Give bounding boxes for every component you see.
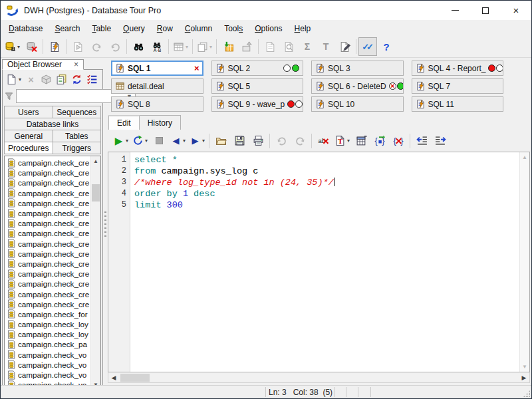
connect-database-dropdown[interactable]: ▾	[17, 44, 20, 50]
list-item[interactable]: campaign.check_loy	[5, 329, 100, 339]
edit-blob-button[interactable]	[335, 37, 354, 56]
sql-tab-detail-deal[interactable]: detail.deal	[111, 78, 203, 94]
object-browser-close-icon[interactable]: ×	[74, 60, 78, 69]
save-file-button[interactable]	[230, 132, 249, 150]
menu-tools[interactable]: Tools	[218, 22, 249, 35]
list-item[interactable]: campaign.check_cre	[5, 289, 100, 299]
list-item[interactable]: campaign.check_vo	[5, 350, 100, 360]
tab-triggers[interactable]: Triggers	[53, 142, 102, 154]
list-item[interactable]: campaign.check_loy	[5, 319, 100, 329]
list-item[interactable]: campaign.check_cre	[5, 188, 100, 198]
run-query-dropdown[interactable]: ▾	[126, 138, 128, 144]
menu-row[interactable]: Row	[151, 22, 179, 35]
sql-tab-sql-1[interactable]: SQL 1×	[111, 61, 203, 76]
close-icon[interactable]: ×	[194, 64, 200, 72]
tab-database-links[interactable]: Database links	[4, 118, 101, 130]
next-query-button[interactable]: ▶▾	[188, 132, 207, 150]
remove-braces-button[interactable]: {}	[389, 132, 408, 150]
sql-tab-sql-6-deleted[interactable]: SQL 6 - DeleteDql	[311, 78, 404, 94]
check-sql-button[interactable]: ✓✓	[358, 37, 377, 56]
scrollbar-thumb[interactable]	[92, 184, 100, 201]
menu-options[interactable]: Options	[249, 22, 288, 35]
list-item[interactable]: campaign.check_for	[5, 309, 100, 319]
sql-tab-sql-10[interactable]: SQL 10	[311, 96, 404, 112]
sql-tab-sql-3[interactable]: SQL 3	[311, 61, 404, 76]
list-item[interactable]: campaign.check_cre	[5, 249, 100, 259]
menu-table[interactable]: Table	[86, 22, 117, 35]
procedure-list-scrollbar[interactable]: ▲ ▼	[90, 156, 100, 390]
scroll-up-icon[interactable]: ▲	[520, 152, 529, 162]
print-sql-button[interactable]	[249, 132, 267, 150]
list-item[interactable]: campaign.check_cre	[5, 178, 100, 188]
tab-sequences[interactable]: Sequences	[53, 106, 102, 118]
open-file-button[interactable]	[211, 132, 230, 150]
sql-tab-sql-8[interactable]: SQL 8	[111, 96, 203, 112]
procedure-list[interactable]: campaign.check_crecampaign.check_crecamp…	[4, 156, 101, 390]
connect-database-button[interactable]: ▾	[3, 37, 22, 56]
format-text-dropdown[interactable]: ▾	[347, 138, 350, 144]
next-query-dropdown[interactable]: ▾	[202, 138, 205, 144]
list-item[interactable]: campaign.check_vo	[5, 360, 100, 370]
scroll-left-icon[interactable]: ◀	[108, 374, 119, 381]
prev-query-dropdown[interactable]: ▾	[183, 138, 186, 144]
replace-button[interactable]: A·B	[148, 37, 166, 56]
list-item[interactable]: campaign.check_cre	[5, 168, 100, 178]
new-object-dropdown[interactable]: ▾	[19, 76, 21, 82]
list-item[interactable]: campaign.check_cre	[5, 259, 100, 269]
minimize-button[interactable]	[440, 1, 470, 20]
tab-users[interactable]: Users	[4, 106, 53, 118]
scrollbar-thumb[interactable]	[120, 374, 150, 382]
indent-button[interactable]	[431, 132, 450, 150]
close-button[interactable]: ×	[501, 1, 531, 20]
list-item[interactable]: campaign.check_cre	[5, 239, 100, 249]
tab-history[interactable]: History	[139, 115, 181, 130]
help-button[interactable]: ?	[377, 37, 396, 56]
panel-splitter[interactable]	[103, 59, 108, 384]
list-item[interactable]: campaign.check_cre	[5, 299, 100, 309]
refresh-query-button[interactable]: ▾	[130, 132, 150, 150]
refresh-query-dropdown[interactable]: ▾	[145, 138, 148, 144]
editor-vertical-scrollbar[interactable]: ▲ ▼	[519, 152, 529, 372]
scroll-down-icon[interactable]: ▼	[520, 362, 529, 372]
menu-column[interactable]: Column	[179, 22, 218, 35]
tab-general[interactable]: General	[4, 130, 53, 142]
run-query-button[interactable]: ▶▾	[111, 132, 130, 150]
list-item[interactable]: campaign.check_cre	[5, 198, 100, 208]
list-item[interactable]: campaign.check_cre	[5, 218, 100, 228]
editor-horizontal-scrollbar[interactable]: ◀ ▶	[108, 372, 530, 383]
list-item[interactable]: campaign.check_vo	[5, 370, 100, 380]
menu-search[interactable]: Search	[49, 22, 86, 35]
sql-tab-sql-5[interactable]: SQL 5	[211, 78, 304, 94]
disconnect-database-button[interactable]	[22, 37, 41, 56]
menu-help[interactable]: Help	[289, 22, 317, 35]
prev-query-button[interactable]: ◀▾	[168, 132, 188, 150]
sql-tab-sql-7[interactable]: SQL 7	[412, 78, 504, 94]
insert-fields-button[interactable]	[352, 132, 370, 150]
list-item[interactable]: campaign.check_cre	[5, 279, 100, 289]
sql-tab-sql-2[interactable]: SQL 2	[211, 61, 304, 76]
scroll-right-icon[interactable]: ▶	[519, 374, 529, 381]
format-text-button[interactable]: T▾	[332, 132, 352, 150]
list-item[interactable]: campaign.check_cre	[5, 228, 100, 238]
resize-grip-icon[interactable]	[523, 390, 530, 397]
list-item[interactable]: campaign.check_cre	[5, 158, 100, 168]
code-area[interactable]: select *from campaign.sys_log c/*where l…	[130, 152, 519, 372]
menu-query[interactable]: Query	[117, 22, 151, 35]
tab-tables[interactable]: Tables	[53, 130, 102, 142]
import-data-button[interactable]	[219, 37, 237, 56]
maximize-button[interactable]	[470, 1, 501, 20]
tab-procedures[interactable]: Procedures	[4, 142, 53, 154]
list-item[interactable]: campaign.check_cre	[5, 269, 100, 279]
list-item[interactable]: campaign.check_cre	[5, 208, 100, 218]
object-browser-tab[interactable]: Object Browser ×	[2, 59, 84, 70]
tab-edit[interactable]: Edit	[108, 115, 140, 130]
scroll-up-icon[interactable]: ▲	[91, 156, 100, 166]
add-braces-button[interactable]: {}	[370, 132, 389, 150]
copy-object-button[interactable]	[54, 72, 69, 87]
menu-database[interactable]: Database	[3, 22, 49, 35]
object-list-button[interactable]	[84, 72, 100, 87]
sql-tab-sql-4-report[interactable]: SQL 4 - Report_..	[412, 61, 504, 76]
sql-editor-button[interactable]	[45, 37, 64, 56]
find-button[interactable]	[129, 37, 148, 56]
outdent-button[interactable]	[412, 132, 431, 150]
